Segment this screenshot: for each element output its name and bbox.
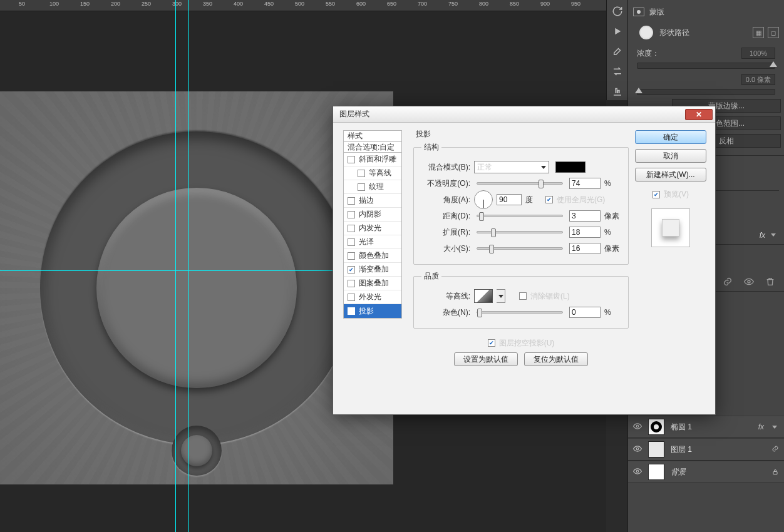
trash-icon[interactable]	[765, 277, 775, 289]
feather-slider[interactable]	[637, 89, 775, 95]
lock-icon[interactable]	[771, 468, 779, 476]
style-checkbox[interactable]	[358, 183, 365, 191]
shape-path-thumb[interactable]	[639, 26, 653, 39]
angle-dial[interactable]	[474, 190, 493, 209]
noise-slider[interactable]	[477, 311, 563, 314]
style-checkbox[interactable]	[348, 211, 355, 218]
effect-settings-column: 投影 结构 混合模式(B): 正常 不透明度(O): 74 % 角度(A):	[413, 129, 629, 366]
style-checkbox[interactable]: ✔	[348, 266, 355, 274]
vector-mask-icon[interactable]: ◻	[768, 27, 779, 38]
dialog-titlebar[interactable]: 图层样式 ✕	[333, 106, 715, 123]
layer-row-background[interactable]: 背景	[628, 461, 784, 483]
global-light-checkbox[interactable]: ✔	[545, 196, 553, 203]
fx-dd[interactable]	[769, 231, 778, 240]
style-checkbox[interactable]	[348, 252, 355, 260]
size-input[interactable]: 16	[569, 243, 601, 254]
ring-inner	[96, 188, 297, 388]
style-item-inner-shadow[interactable]: 内阴影	[344, 208, 401, 222]
link-icon[interactable]	[723, 277, 733, 289]
layer-thumb[interactable]	[648, 464, 664, 480]
reset-default-button[interactable]: 复位为默认值	[524, 352, 588, 366]
style-item-color-ov[interactable]: 颜色叠加	[344, 249, 401, 263]
style-checkbox[interactable]	[348, 156, 355, 163]
size-slider[interactable]	[477, 247, 563, 250]
brush-icon[interactable]	[609, 43, 626, 60]
contour-dropdown[interactable]	[497, 289, 505, 303]
style-item-outer-glow[interactable]: 外发光	[344, 290, 401, 304]
style-item-label: 颜色叠加	[359, 250, 389, 261]
style-item-label: 光泽	[359, 237, 374, 247]
feather-value[interactable]: 0.0 像素	[741, 74, 775, 85]
style-checkbox[interactable]: ✔	[348, 307, 355, 315]
style-checkbox[interactable]	[358, 170, 365, 177]
layer-row-ellipse[interactable]: 椭圆 1 fx	[628, 416, 784, 438]
blend-options-header[interactable]: 混合选项:自定	[343, 141, 402, 153]
refresh-icon[interactable]	[609, 3, 626, 20]
layer-name: 椭圆 1	[671, 422, 752, 432]
link-icon[interactable]	[771, 445, 779, 454]
opacity-input[interactable]: 74	[569, 178, 601, 189]
contour-row: 等高线: 消除锯齿(L)	[421, 288, 621, 304]
noise-input[interactable]: 0	[569, 307, 601, 318]
global-light-label: 使用全局光(G)	[557, 195, 605, 205]
style-checkbox[interactable]	[348, 197, 355, 205]
style-item-inner-glow[interactable]: 内发光	[344, 222, 401, 235]
swap-icon[interactable]	[609, 63, 626, 80]
layer-thumb[interactable]	[648, 419, 664, 435]
guide-vertical-2[interactable]	[188, 0, 189, 532]
visibility-toggle[interactable]	[633, 467, 642, 478]
layer-name: 图层 1	[671, 444, 765, 455]
ruler-tick: 800	[479, 1, 488, 7]
contour-swatch[interactable]	[474, 289, 493, 303]
distance-slider[interactable]	[477, 215, 563, 217]
style-item-contour[interactable]: 等高线	[344, 166, 401, 180]
visibility-toggle[interactable]	[633, 422, 642, 432]
distance-input[interactable]: 3	[569, 210, 601, 222]
style-item-satin[interactable]: 光泽	[344, 235, 401, 249]
play-icon[interactable]	[609, 23, 626, 40]
close-button[interactable]: ✕	[685, 109, 713, 120]
pixel-mask-icon[interactable]: ▦	[753, 27, 764, 38]
style-item-pattern-ov[interactable]: 图案叠加	[344, 277, 401, 290]
layer-name: 背景	[671, 467, 765, 478]
layer-fx-dd[interactable]	[770, 422, 779, 431]
density-slider[interactable]	[637, 63, 775, 69]
density-value[interactable]: 100%	[741, 48, 775, 59]
style-checkbox[interactable]	[348, 225, 355, 232]
style-checkbox[interactable]	[348, 280, 355, 287]
preview-checkbox[interactable]: ✔	[652, 191, 660, 198]
make-default-button[interactable]: 设置为默认值	[454, 352, 518, 366]
blend-mode-combo[interactable]: 正常	[474, 161, 549, 173]
cancel-button[interactable]: 取消	[635, 149, 706, 163]
spread-input[interactable]: 18	[569, 227, 601, 238]
ruler-tick: 100	[49, 1, 59, 7]
ruler-horizontal[interactable]: 5010015020025030035040045050055060065070…	[0, 0, 606, 11]
opacity-slider[interactable]	[477, 182, 563, 185]
style-checkbox[interactable]	[348, 238, 355, 246]
guide-vertical-1[interactable]	[175, 0, 176, 532]
new-style-button[interactable]: 新建样式(W)...	[635, 168, 706, 182]
layer-row-layer1[interactable]: 图层 1	[628, 438, 784, 461]
ok-button[interactable]: 确定	[635, 130, 706, 144]
angle-input[interactable]: 90	[497, 194, 522, 205]
eye-icon[interactable]	[744, 277, 754, 289]
align-icon[interactable]	[609, 83, 626, 100]
style-item-bevel[interactable]: 斜面和浮雕	[344, 153, 401, 166]
antialias-checkbox[interactable]	[519, 292, 527, 300]
shadow-color-swatch[interactable]	[555, 161, 585, 173]
style-item-label: 内阴影	[359, 209, 381, 220]
ruler-tick: 400	[234, 1, 243, 7]
visibility-toggle[interactable]	[633, 444, 642, 455]
knockout-checkbox[interactable]: ✔	[488, 339, 495, 347]
mask-mode-icon[interactable]	[633, 8, 644, 16]
style-item-drop-shadow[interactable]: ✔投影	[344, 304, 401, 318]
style-checkbox[interactable]	[348, 294, 355, 301]
styles-header[interactable]: 样式	[343, 130, 402, 141]
layer-thumb[interactable]	[648, 441, 664, 458]
spread-slider[interactable]	[477, 231, 563, 233]
density-row: 浓度： 100%	[633, 45, 779, 61]
antialias-label: 消除锯齿(L)	[530, 291, 570, 302]
style-item-texture[interactable]: 纹理	[344, 180, 401, 194]
style-item-grad-ov[interactable]: ✔渐变叠加	[344, 263, 401, 277]
style-item-stroke[interactable]: 描边	[344, 194, 401, 208]
